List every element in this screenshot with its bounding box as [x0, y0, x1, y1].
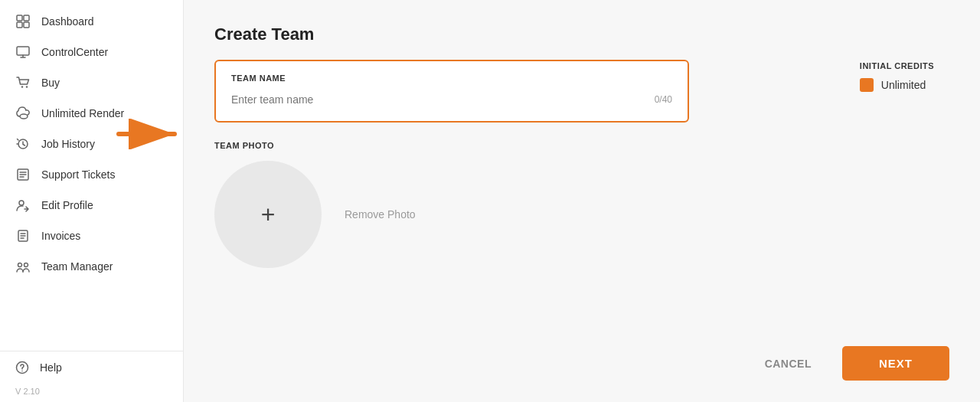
arrow-annotation: [115, 119, 176, 149]
cancel-button[interactable]: CANCEL: [753, 350, 824, 377]
person-edit-icon: [15, 198, 31, 213]
svg-point-6: [26, 86, 28, 87]
plus-icon: +: [261, 201, 276, 229]
credits-color-box: [860, 78, 874, 92]
team-icon: [15, 259, 31, 274]
help-label: Help: [40, 361, 62, 374]
svg-rect-3: [24, 22, 29, 28]
credits-label: Unlimited: [881, 79, 926, 91]
sidebar-item-label: Unlimited Render: [41, 107, 124, 119]
photo-upload-circle[interactable]: +: [214, 161, 322, 268]
team-name-label: TEAM NAME: [231, 74, 672, 83]
svg-point-5: [21, 86, 23, 87]
photo-area: + Remove Photo: [214, 161, 949, 268]
main-content: Create Team TEAM NAME 0/40 TEAM PHOTO + …: [184, 0, 980, 402]
version-label: V 2.10: [0, 384, 183, 402]
page-title: Create Team: [214, 25, 949, 44]
svg-point-7: [20, 114, 28, 119]
sidebar-item-invoices[interactable]: Invoices: [0, 221, 183, 251]
char-count: 0/40: [655, 94, 672, 105]
svg-rect-2: [17, 22, 22, 28]
initial-credits-title: INITIAL CREDITS: [860, 61, 934, 70]
svg-rect-1: [24, 15, 29, 21]
sidebar-item-label: Support Tickets: [41, 168, 116, 181]
bottom-actions: CANCEL NEXT: [753, 346, 949, 381]
document-icon: [15, 228, 31, 243]
team-name-input-wrapper: 0/40: [231, 90, 672, 109]
sidebar-nav: Dashboard ControlCenter Buy: [0, 0, 183, 351]
cart-icon: [15, 75, 31, 90]
monitor-icon: [15, 44, 31, 60]
credits-item: Unlimited: [860, 78, 934, 92]
svg-point-14: [21, 371, 23, 372]
team-name-input[interactable]: [231, 90, 655, 109]
sidebar-item-label: Invoices: [41, 230, 80, 242]
svg-point-12: [24, 263, 28, 267]
sidebar-item-control-center[interactable]: ControlCenter: [0, 37, 183, 67]
dashboard-icon: [15, 14, 31, 29]
help-icon: [15, 361, 29, 374]
team-photo-label: TEAM PHOTO: [214, 141, 949, 150]
sidebar-item-dashboard[interactable]: Dashboard: [0, 6, 183, 37]
svg-point-9: [19, 201, 24, 205]
svg-point-11: [18, 263, 22, 267]
cloud-icon: [15, 106, 31, 121]
history-icon: [15, 136, 31, 152]
sidebar-item-label: Dashboard: [41, 15, 94, 28]
initial-credits-panel: INITIAL CREDITS Unlimited: [860, 61, 934, 92]
sidebar-item-edit-profile[interactable]: Edit Profile: [0, 190, 183, 221]
sidebar-item-label: Edit Profile: [41, 199, 93, 211]
sidebar-item-label: Team Manager: [41, 260, 113, 273]
sidebar-footer-help[interactable]: Help: [0, 351, 183, 384]
sidebar-item-label: ControlCenter: [41, 46, 108, 58]
sidebar-item-support-tickets[interactable]: Support Tickets: [0, 159, 183, 190]
sidebar-item-label: Buy: [41, 77, 60, 89]
svg-rect-4: [17, 47, 29, 55]
svg-rect-0: [17, 15, 22, 21]
sidebar-item-label: Job History: [41, 138, 95, 150]
sidebar-item-buy[interactable]: Buy: [0, 67, 183, 98]
list-icon: [15, 167, 31, 182]
sidebar: Dashboard ControlCenter Buy: [0, 0, 184, 402]
next-button[interactable]: NEXT: [842, 346, 949, 381]
remove-photo-button[interactable]: Remove Photo: [345, 208, 416, 221]
team-name-section: TEAM NAME 0/40: [214, 60, 689, 123]
sidebar-item-team-manager[interactable]: Team Manager: [0, 251, 183, 282]
